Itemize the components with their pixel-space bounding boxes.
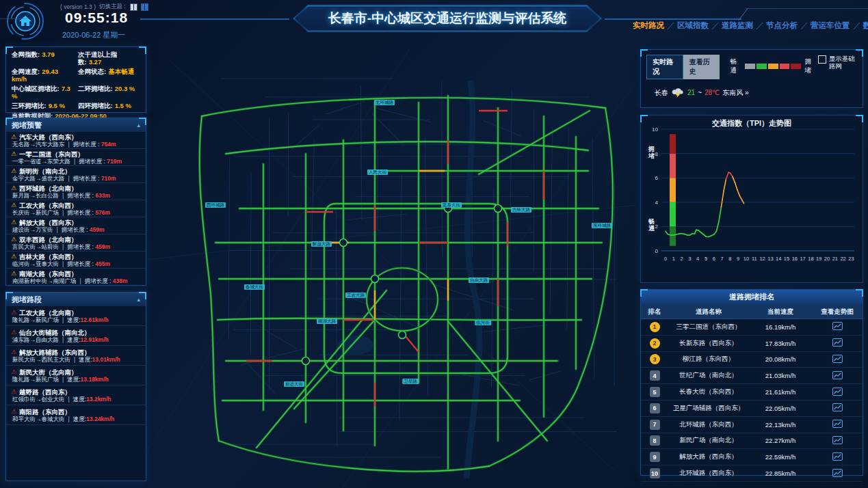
rank-badge: 10 — [650, 468, 660, 478]
rank-badge: 6 — [650, 403, 660, 414]
trend-chart-icon — [832, 322, 843, 330]
metric-label: 拥堵长度 : — [62, 226, 88, 233]
temp-high: 28℃ — [705, 89, 720, 96]
congestion-list-item[interactable]: ⚠南阳路（东向西） 和平大街→春城大街|速度:13.24km/h — [6, 405, 146, 425]
theme-light-button[interactable] — [131, 4, 137, 10]
collapse-arrow-icon[interactable]: ▴ — [137, 293, 140, 306]
view-trend-button[interactable] — [812, 436, 863, 446]
map-road-label: 前进大街 — [284, 381, 304, 387]
road-name: 西环城路（北向南） — [19, 185, 78, 192]
table-row: 3 柳江路（东向西） 20.08km/h — [641, 352, 863, 368]
road-segment: 新月路→长白公路 — [12, 192, 59, 199]
metric-label: 速度: — [79, 356, 92, 363]
trend-chart-icon — [832, 338, 843, 347]
legend-color-block — [791, 64, 801, 69]
metric-label: 速度: — [67, 336, 80, 343]
svg-text:14: 14 — [776, 256, 781, 262]
view-trend-button[interactable] — [812, 371, 863, 381]
trend-chart-icon — [832, 452, 843, 461]
warning-list-item[interactable]: ⚠一零二国道（东向西） 一零一省道→东荣大路|拥堵长度 : 719m — [6, 149, 146, 166]
home-logo-button[interactable] — [5, 1, 45, 41]
view-trend-button[interactable] — [812, 452, 863, 462]
stat-item: 全网指数:3.79 — [12, 51, 74, 66]
road-name: 新民大街（北向南） — [19, 368, 78, 376]
warning-list-item[interactable]: ⚠汽车大路（西向东） 无名路→汽车大路东|拥堵长度 : 754m — [6, 132, 146, 149]
warning-list-item[interactable]: ⚠新明街（南向北） 金宇大路→盛世大路|拥堵长度 : 710m — [6, 166, 146, 183]
jam-length-value: 459m — [90, 226, 105, 233]
view-trend-button[interactable] — [812, 420, 863, 429]
rank-badge: 5 — [650, 387, 660, 397]
warning-list-item[interactable]: ⚠解放大路（西向东） 建设街→万宝街|拥堵长度 : 459m — [6, 217, 146, 234]
svg-text:畅通: 畅通 — [648, 218, 655, 232]
trend-chart-icon — [832, 469, 843, 477]
nav-item[interactable]: 实时路况 — [633, 21, 664, 31]
table-row: 5 长春大街（东向西） 21.61km/h — [641, 384, 863, 401]
svg-text:0: 0 — [655, 248, 659, 254]
theme-dark-button[interactable] — [142, 4, 148, 10]
svg-text:6: 6 — [713, 256, 715, 262]
warning-list-item[interactable]: ⚠双丰西路（北向南） 富民大街→站前街|拥堵长度 : 459m — [6, 234, 146, 252]
map-road-label: 南湖大路 — [317, 318, 337, 324]
warning-list-item[interactable]: ⚠南湖大路（东向西） 南湖新村中街→南湖广场|拥堵长度 : 438m — [6, 269, 146, 285]
congested-sections-panel: 拥堵路段 ▴ ⚠工农大路（北向南） 隆礼路→新民广场|速度:12.61km/h … — [5, 292, 146, 481]
congestion-list-item[interactable]: ⚠仙台大街辅路（南向北） 浦东路→自由大路|速度:12.91km/h — [6, 326, 146, 346]
nav-item[interactable]: 节点分析 — [753, 21, 798, 31]
metric-label: 拥堵长度 : — [85, 277, 111, 284]
nav-item[interactable]: 道路监测 — [709, 21, 753, 31]
header-deco-line-right — [605, 18, 741, 20]
wind-link[interactable]: 东南风 » — [722, 88, 748, 98]
road-name: 南阳路（东向西） — [19, 408, 71, 416]
temp-low: 21 — [687, 89, 695, 96]
road-name: 柳江路（东向西） — [668, 355, 749, 364]
road-segment: 新民大街→西民主大街 — [12, 356, 70, 363]
show-base-network-toggle[interactable]: 显示基础路网 — [818, 55, 857, 70]
view-history-button[interactable]: 查看历史 — [683, 55, 720, 79]
stat-item: 全网状态:基本畅通 — [78, 68, 140, 83]
warning-list-item[interactable]: ⚠吉林大路（东向西） 临河街→亚泰大街|拥堵长度 : 455m — [6, 252, 146, 269]
warning-panel-header[interactable]: 拥堵预警 ▴ — [6, 118, 146, 132]
main-nav: 实时路况 区域指数 道路监测 节点分析 营运车位置 数据查询 — [633, 21, 868, 31]
metric-label: 速度: — [67, 316, 80, 323]
header-deco-slash — [738, 8, 748, 21]
warning-list-item[interactable]: ⚠西环城路（北向南） 新月路→长白公路|拥堵长度 : 633m — [6, 183, 146, 200]
warning-triangle-icon: ⚠ — [11, 254, 16, 260]
ranking-title: 道路拥堵排名 — [641, 290, 863, 304]
rank-badge: 9 — [650, 452, 660, 462]
realtime-traffic-button[interactable]: 实时路况 — [646, 55, 683, 79]
congestion-list-item[interactable]: ⚠工农大路（北向南） 隆礼路→新民广场|速度:12.61km/h — [6, 306, 146, 326]
view-trend-button[interactable] — [812, 403, 863, 413]
metric-label: 速度: — [73, 416, 86, 422]
road-name: 汽车大路（西向东） — [19, 133, 78, 141]
map-road-label: 吉林大路 — [511, 207, 531, 213]
view-trend-button[interactable] — [812, 388, 863, 397]
view-trend-button[interactable] — [812, 338, 863, 348]
checkbox-icon[interactable] — [818, 55, 826, 64]
collapse-arrow-icon[interactable]: ▴ — [137, 118, 140, 132]
trend-chart-icon — [832, 355, 843, 363]
congestion-list-item[interactable]: ⚠解放大路辅路（东向西） 新民大街→西民主大街|速度:13.01km/h — [6, 346, 146, 366]
congestion-list-item[interactable]: ⚠越野路（西向东） 红领巾街→创业大街|速度:13.2km/h — [6, 385, 146, 405]
table-row: 6 卫星广场辅路（西向东） 22.05km/h — [641, 401, 863, 417]
date: 2020-06-22 星期一 — [62, 30, 125, 40]
svg-text:11: 11 — [752, 256, 757, 262]
speed-value: 22.59km/h — [749, 453, 812, 461]
nav-item[interactable]: 数据查询 — [850, 21, 868, 31]
header-deco-line-left — [140, 18, 289, 20]
nav-item[interactable]: 营运车位置 — [798, 21, 850, 31]
jam-length-value: 633m — [95, 192, 110, 199]
table-row: 7 北环城路（东向西） 22.13km/h — [641, 417, 863, 433]
road-name: 长新东路（西向东） — [668, 339, 749, 348]
map-road-label: 西环城路 — [205, 202, 226, 208]
road-name: 一零二国道（东向西） — [19, 150, 84, 158]
view-trend-button[interactable] — [812, 322, 863, 331]
congestion-list-item[interactable]: ⚠新民大街（北向南） 隆礼路→新民广场|速度:13.18km/h — [6, 366, 146, 385]
warning-list-item[interactable]: ⚠工农大路（东向西） 长庆街→新民广场|拥堵长度 : 576m — [6, 200, 146, 217]
nav-item[interactable]: 区域指数 — [664, 21, 709, 31]
weather-row: 长春 21 ~ 28℃ 东南风 » — [655, 87, 857, 98]
view-trend-button[interactable] — [812, 469, 863, 478]
road-segment: 隆礼路→新民广场 — [12, 376, 59, 383]
view-trend-button[interactable] — [812, 355, 863, 364]
stat-value: 3.27 — [89, 58, 102, 66]
congestion-panel-header[interactable]: 拥堵路段 ▴ — [6, 293, 146, 306]
dashboard: 北环城路西环城路东环城路人民大街亚泰大街解放大路自由大路南湖大路吉林大路前进大街… — [0, 0, 868, 488]
